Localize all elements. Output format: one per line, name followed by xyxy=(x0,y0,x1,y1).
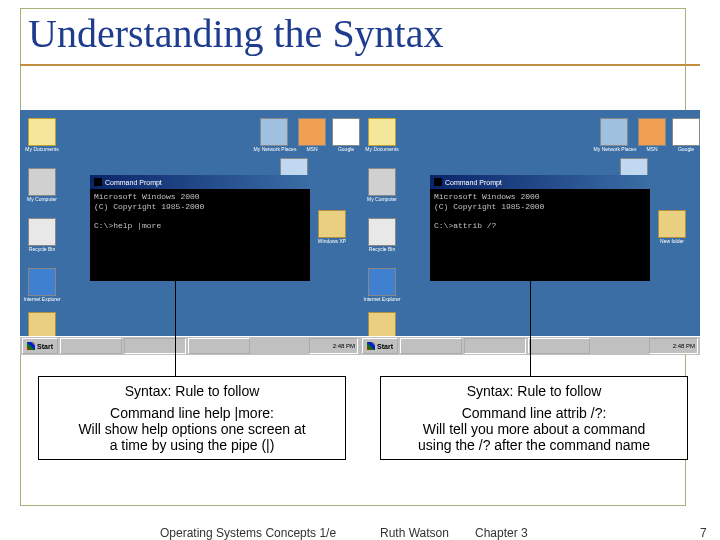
cmd-text: (C) Copyright 1985-2000 xyxy=(434,202,544,211)
label: New folder xyxy=(650,238,694,244)
cmd-text: Microsoft Windows 2000 xyxy=(94,192,200,201)
cmd-text: (C) Copyright 1985-2000 xyxy=(94,202,204,211)
label: Windows XP xyxy=(310,238,354,244)
cmd-body: Microsoft Windows 2000 (C) Copyright 198… xyxy=(90,189,310,281)
taskbar: Start 2:48 PM xyxy=(20,336,360,355)
caption-line: Will show help options one screen at xyxy=(43,421,341,437)
caption-title: Syntax: Rule to follow xyxy=(385,383,683,399)
label: Google xyxy=(324,146,360,152)
caption-line: Will tell you more about a command xyxy=(385,421,683,437)
label: Internet Explorer xyxy=(362,296,402,302)
taskbar-item xyxy=(528,338,590,354)
msn-icon xyxy=(298,118,326,146)
label: My Computer xyxy=(362,196,402,202)
recycle-bin-icon xyxy=(28,218,56,246)
label: Recycle Bin xyxy=(22,246,62,252)
network-icon xyxy=(260,118,288,146)
label: My Documents xyxy=(362,146,402,152)
title-underline xyxy=(20,64,700,66)
caption-line: using the /? after the command name xyxy=(385,437,683,453)
folder-icon xyxy=(658,210,686,238)
command-prompt-window: Command Prompt Microsoft Windows 2000 (C… xyxy=(430,175,650,275)
my-computer-icon xyxy=(28,168,56,196)
taskbar-item xyxy=(400,338,462,354)
google-icon xyxy=(672,118,700,146)
system-tray: 2:48 PM xyxy=(309,338,358,354)
command-prompt-window: Command Prompt Microsoft Windows 2000 (C… xyxy=(90,175,310,275)
label: Google xyxy=(664,146,700,152)
caption-left: Syntax: Rule to follow Command line help… xyxy=(38,376,346,460)
slide-title: Understanding the Syntax xyxy=(28,10,444,57)
msn-icon xyxy=(638,118,666,146)
label: Internet Explorer xyxy=(22,296,62,302)
ie-icon xyxy=(28,268,56,296)
footer-chapter: Chapter 3 xyxy=(475,526,528,540)
caption-title: Syntax: Rule to follow xyxy=(43,383,341,399)
taskbar-item xyxy=(124,338,186,354)
cmd-command: C:\>attrib /? xyxy=(434,221,496,230)
my-computer-icon xyxy=(368,168,396,196)
folder-icon xyxy=(318,210,346,238)
callout-line xyxy=(530,270,531,376)
caption-line: Command line help |more: xyxy=(43,405,341,421)
taskbar-item xyxy=(188,338,250,354)
taskbar-item xyxy=(60,338,122,354)
network-icon xyxy=(600,118,628,146)
google-icon xyxy=(332,118,360,146)
desktop-screenshot-left: My Documents My Computer Recycle Bin Int… xyxy=(20,110,360,355)
cmd-command: C:\>help |more xyxy=(94,221,161,230)
system-tray: 2:48 PM xyxy=(649,338,698,354)
my-documents-icon xyxy=(368,118,396,146)
ie-icon xyxy=(368,268,396,296)
cmd-text: Microsoft Windows 2000 xyxy=(434,192,540,201)
taskbar-item xyxy=(464,338,526,354)
label: Recycle Bin xyxy=(362,246,402,252)
label: My Documents xyxy=(22,146,62,152)
caption-right: Syntax: Rule to follow Command line attr… xyxy=(380,376,688,460)
label: My Computer xyxy=(22,196,62,202)
start-button: Start xyxy=(362,338,398,354)
cmd-body: Microsoft Windows 2000 (C) Copyright 198… xyxy=(430,189,650,281)
recycle-bin-icon xyxy=(368,218,396,246)
caption-line: a time by using the pipe (|) xyxy=(43,437,341,453)
footer-book: Operating Systems Concepts 1/e xyxy=(160,526,336,540)
screenshot-row: My Documents My Computer Recycle Bin Int… xyxy=(20,110,700,355)
start-button: Start xyxy=(22,338,58,354)
footer-author: Ruth Watson xyxy=(380,526,449,540)
callout-line xyxy=(175,270,176,376)
cmd-titlebar: Command Prompt xyxy=(430,175,650,189)
caption-line: Command line attrib /?: xyxy=(385,405,683,421)
cmd-titlebar: Command Prompt xyxy=(90,175,310,189)
footer-page: 7 xyxy=(700,526,707,540)
my-documents-icon xyxy=(28,118,56,146)
